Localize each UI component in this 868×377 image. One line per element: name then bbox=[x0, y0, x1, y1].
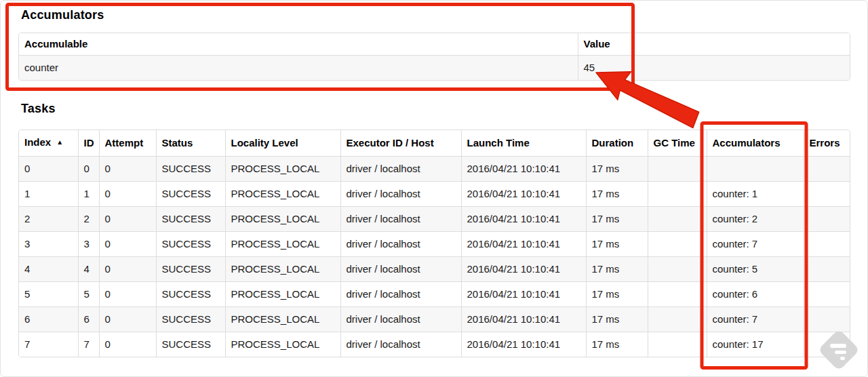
table-cell: driver / localhost bbox=[340, 257, 461, 282]
table-cell: 5 bbox=[19, 282, 78, 307]
column-header-accumulable[interactable]: Accumulable bbox=[19, 33, 578, 56]
table-cell bbox=[648, 307, 707, 332]
table-cell bbox=[804, 332, 850, 357]
table-cell: SUCCESS bbox=[156, 207, 225, 232]
table-cell bbox=[648, 332, 707, 357]
table-cell: 0 bbox=[99, 307, 156, 332]
table-cell: SUCCESS bbox=[156, 257, 225, 282]
table-cell: PROCESS_LOCAL bbox=[225, 182, 340, 207]
table-cell: PROCESS_LOCAL bbox=[225, 307, 340, 332]
table-cell: 2016/04/21 10:10:41 bbox=[461, 307, 586, 332]
column-header-index-label: Index bbox=[24, 136, 51, 148]
table-cell: 2016/04/21 10:10:41 bbox=[461, 332, 586, 357]
table-cell bbox=[648, 282, 707, 307]
table-cell: counter: 1 bbox=[707, 182, 804, 207]
table-cell: counter bbox=[19, 56, 578, 81]
table-cell: counter: 7 bbox=[707, 232, 804, 257]
accumulators-table: Accumulable Value counter45 bbox=[18, 33, 850, 81]
table-cell: 6 bbox=[19, 307, 78, 332]
table-cell bbox=[648, 182, 707, 207]
column-header-attempt[interactable]: Attempt bbox=[99, 130, 156, 157]
table-cell: counter: 6 bbox=[707, 282, 804, 307]
table-cell: 17 ms bbox=[586, 307, 648, 332]
table-cell: driver / localhost bbox=[340, 307, 461, 332]
table-row: 330SUCCESSPROCESS_LOCALdriver / localhos… bbox=[19, 232, 850, 257]
column-header-value[interactable]: Value bbox=[578, 33, 850, 56]
table-cell: 2016/04/21 10:10:41 bbox=[461, 157, 586, 182]
table-cell: 0 bbox=[99, 257, 156, 282]
spark-ui-stage-page: Accumulators Accumulable Value counter45… bbox=[0, 0, 868, 377]
table-cell bbox=[707, 157, 804, 182]
table-cell: 4 bbox=[19, 257, 78, 282]
table-cell: SUCCESS bbox=[156, 157, 225, 182]
table-cell: 0 bbox=[99, 182, 156, 207]
table-row: 110SUCCESSPROCESS_LOCALdriver / localhos… bbox=[19, 182, 850, 207]
table-cell bbox=[648, 207, 707, 232]
table-cell: SUCCESS bbox=[156, 282, 225, 307]
column-header-launch-time[interactable]: Launch Time bbox=[461, 130, 586, 157]
table-cell: 2016/04/21 10:10:41 bbox=[461, 207, 586, 232]
table-cell: 45 bbox=[578, 56, 850, 81]
column-header-duration[interactable]: Duration bbox=[586, 130, 648, 157]
table-cell: SUCCESS bbox=[156, 332, 225, 357]
table-cell: SUCCESS bbox=[156, 232, 225, 257]
table-cell: PROCESS_LOCAL bbox=[225, 157, 340, 182]
table-cell: counter: 2 bbox=[707, 207, 804, 232]
column-header-accumulators[interactable]: Accumulators bbox=[707, 130, 804, 157]
table-cell: 1 bbox=[19, 182, 78, 207]
table-cell: 0 bbox=[99, 207, 156, 232]
table-cell: 3 bbox=[19, 232, 78, 257]
table-cell: driver / localhost bbox=[340, 207, 461, 232]
table-row: 770SUCCESSPROCESS_LOCALdriver / localhos… bbox=[19, 332, 850, 357]
table-cell: counter: 7 bbox=[707, 307, 804, 332]
table-cell: 7 bbox=[78, 332, 99, 357]
table-cell: driver / localhost bbox=[340, 157, 461, 182]
accumulators-header-row: Accumulable Value bbox=[19, 33, 850, 56]
table-cell: 5 bbox=[78, 282, 99, 307]
sort-ascending-icon: ▲ bbox=[56, 138, 63, 146]
column-header-status[interactable]: Status bbox=[156, 130, 225, 157]
column-header-errors[interactable]: Errors bbox=[804, 130, 850, 157]
table-cell: SUCCESS bbox=[156, 182, 225, 207]
table-cell: 0 bbox=[19, 157, 78, 182]
table-cell bbox=[648, 157, 707, 182]
table-cell: PROCESS_LOCAL bbox=[225, 282, 340, 307]
table-cell: driver / localhost bbox=[340, 282, 461, 307]
table-cell: 17 ms bbox=[586, 332, 648, 357]
table-cell: PROCESS_LOCAL bbox=[225, 257, 340, 282]
table-cell: 0 bbox=[99, 332, 156, 357]
table-cell bbox=[804, 157, 850, 182]
table-row: counter45 bbox=[19, 56, 850, 81]
column-header-executor-id-host[interactable]: Executor ID / Host bbox=[340, 130, 461, 157]
table-row: 440SUCCESSPROCESS_LOCALdriver / localhos… bbox=[19, 257, 850, 282]
table-cell: 0 bbox=[99, 157, 156, 182]
table-row: 550SUCCESSPROCESS_LOCALdriver / localhos… bbox=[19, 282, 850, 307]
table-cell: 2016/04/21 10:10:41 bbox=[461, 257, 586, 282]
table-cell: PROCESS_LOCAL bbox=[225, 332, 340, 357]
table-row: 000SUCCESSPROCESS_LOCALdriver / localhos… bbox=[19, 157, 850, 182]
table-cell: 0 bbox=[78, 157, 99, 182]
table-cell: 3 bbox=[78, 232, 99, 257]
table-cell bbox=[648, 232, 707, 257]
table-cell: 7 bbox=[19, 332, 78, 357]
column-header-id[interactable]: ID bbox=[78, 130, 99, 157]
table-cell bbox=[804, 307, 850, 332]
table-cell: counter: 17 bbox=[707, 332, 804, 357]
column-header-index[interactable]: Index▲ bbox=[19, 130, 78, 157]
tasks-header-row: Index▲ ID Attempt Status Locality Level … bbox=[19, 130, 850, 157]
table-cell: SUCCESS bbox=[156, 307, 225, 332]
table-cell: 0 bbox=[99, 282, 156, 307]
column-header-locality-level[interactable]: Locality Level bbox=[225, 130, 340, 157]
table-cell: 1 bbox=[78, 182, 99, 207]
table-cell bbox=[804, 207, 850, 232]
table-cell bbox=[804, 182, 850, 207]
table-cell: 17 ms bbox=[586, 207, 648, 232]
column-header-gc-time[interactable]: GC Time bbox=[648, 130, 707, 157]
table-cell: 2016/04/21 10:10:41 bbox=[461, 282, 586, 307]
table-cell: 17 ms bbox=[586, 157, 648, 182]
table-cell: 2 bbox=[19, 207, 78, 232]
table-cell bbox=[648, 257, 707, 282]
tasks-table: Index▲ ID Attempt Status Locality Level … bbox=[18, 130, 850, 357]
table-cell: counter: 5 bbox=[707, 257, 804, 282]
table-cell bbox=[804, 282, 850, 307]
